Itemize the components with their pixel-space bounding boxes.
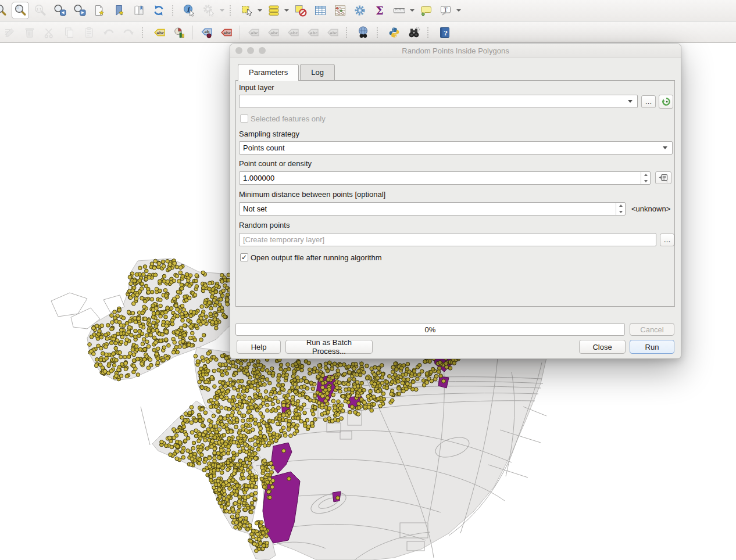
- toolbar-drag-handle: [346, 27, 350, 38]
- dropdown-caret-icon[interactable]: [410, 9, 415, 12]
- min-distance-label: Minimum distance between points [optiona…: [239, 190, 385, 199]
- show-hide-labels-icon[interactable]: [245, 24, 262, 41]
- text-annotation-icon[interactable]: [437, 2, 455, 19]
- tab-parameters[interactable]: Parameters: [238, 64, 299, 81]
- data-defined-override-button[interactable]: [655, 171, 671, 184]
- metasearch-icon[interactable]: [355, 24, 372, 41]
- helpbook-glyph: [438, 26, 452, 40]
- progress-text: 0%: [236, 325, 624, 334]
- zoom-tool-icon[interactable]: [12, 2, 29, 19]
- select-features-icon[interactable]: [238, 2, 256, 19]
- point-count-input[interactable]: [240, 172, 641, 184]
- dropdown-caret-icon[interactable]: [220, 9, 224, 12]
- tag-glyph: [152, 26, 166, 40]
- help-contents-icon[interactable]: [436, 24, 453, 41]
- attribute-table-icon[interactable]: [312, 2, 329, 19]
- statistics-icon[interactable]: [371, 2, 388, 19]
- redo-glyph: [122, 26, 135, 40]
- highlight-pinned-labels-icon[interactable]: [217, 24, 235, 41]
- window-zoom-button[interactable]: [259, 47, 266, 54]
- change-label-icon[interactable]: [304, 24, 321, 41]
- dialog-titlebar[interactable]: Random Points Inside Polygons: [230, 44, 681, 58]
- iterate-over-layer-button[interactable]: [659, 95, 673, 109]
- random-points-browse-button[interactable]: …: [660, 234, 674, 246]
- help-button[interactable]: Help: [237, 340, 281, 354]
- toggle-editing-icon[interactable]: [1, 24, 19, 41]
- sampling-strategy-label: Sampling strategy: [239, 130, 299, 138]
- identify-features-icon[interactable]: [181, 2, 198, 19]
- edit-label-icon[interactable]: [324, 24, 341, 41]
- tag-glyph: [266, 26, 280, 40]
- pin-labels-icon[interactable]: [198, 24, 215, 41]
- min-distance-unit-label: <unknown>: [631, 204, 670, 213]
- ribbon-star-glyph: [112, 3, 126, 17]
- undo-icon[interactable]: [100, 24, 117, 41]
- spinner-buttons[interactable]: [616, 203, 625, 215]
- spinner-buttons[interactable]: [641, 172, 650, 184]
- rotate-label-icon[interactable]: [284, 24, 302, 41]
- open-output-checkbox[interactable]: ✓: [240, 253, 248, 261]
- zoom-native-icon[interactable]: [31, 2, 49, 19]
- delete-selected-icon[interactable]: [21, 24, 38, 41]
- copy-icon[interactable]: [60, 24, 78, 41]
- magnifier-left-glyph: [53, 3, 67, 17]
- close-button[interactable]: Close: [579, 340, 626, 354]
- chevron-down-icon: [628, 100, 633, 103]
- scissors-glyph: [42, 26, 56, 40]
- new-bookmark-icon[interactable]: [91, 2, 108, 19]
- batch-process-button[interactable]: Run as Batch Process...: [285, 340, 373, 354]
- input-layer-combobox[interactable]: [239, 95, 638, 108]
- sampling-strategy-combobox[interactable]: Points count: [239, 141, 673, 155]
- input-layer-browse-button[interactable]: …: [641, 95, 656, 108]
- book-glyph: [132, 3, 146, 17]
- run-feature-action-icon[interactable]: [201, 2, 218, 19]
- textbox-glyph: [439, 3, 453, 17]
- processing-toolbox-icon[interactable]: [351, 2, 369, 19]
- run-button[interactable]: Run: [630, 340, 674, 354]
- cancel-button[interactable]: Cancel: [630, 323, 674, 336]
- layer-diagram-icon[interactable]: [170, 24, 188, 41]
- deselect-features-icon[interactable]: [292, 2, 309, 19]
- measure-icon[interactable]: [391, 2, 408, 19]
- zoom-in-icon[interactable]: [0, 2, 9, 19]
- window-minimize-button[interactable]: [247, 47, 254, 54]
- dropdown-caret-icon[interactable]: [258, 9, 262, 12]
- dropdown-caret-icon[interactable]: [284, 9, 289, 12]
- map-tips-icon[interactable]: [417, 2, 435, 19]
- select-by-expression-icon[interactable]: [265, 2, 283, 19]
- min-distance-input[interactable]: [240, 203, 616, 215]
- window-close-button[interactable]: [235, 47, 242, 54]
- ruler-glyph: [392, 3, 406, 17]
- random-points-output-field[interactable]: [Create temporary layer]: [239, 233, 656, 246]
- redo-icon[interactable]: [120, 24, 137, 41]
- python-console-icon[interactable]: [385, 24, 403, 41]
- deselect-glyph: [294, 3, 308, 17]
- show-bookmarks-icon[interactable]: [130, 2, 148, 19]
- zoom-last-icon[interactable]: [51, 2, 69, 19]
- search-plugin-icon[interactable]: [405, 24, 423, 41]
- move-label-icon[interactable]: [265, 24, 282, 41]
- point-count-label: Point count or density: [239, 159, 312, 168]
- paste-icon[interactable]: [80, 24, 98, 41]
- cut-icon[interactable]: [41, 24, 58, 41]
- selected-features-checkbox[interactable]: [240, 114, 248, 123]
- dropdown-caret-icon[interactable]: [456, 9, 461, 12]
- point-count-spinbox[interactable]: [239, 171, 651, 185]
- tab-log[interactable]: Log: [300, 64, 335, 80]
- min-distance-spinbox[interactable]: [239, 202, 626, 216]
- tag-pin-glyph: [199, 26, 213, 40]
- undo-glyph: [102, 26, 116, 40]
- dialog-tabs: Parameters Log: [238, 64, 336, 81]
- selected-features-label: Selected features only: [251, 114, 326, 123]
- python-glyph: [387, 26, 401, 40]
- magnifier-glyph: [13, 3, 27, 17]
- toolbar-drag-handle: [230, 5, 234, 16]
- refresh-icon[interactable]: [150, 2, 167, 19]
- abacus-glyph: [333, 3, 347, 17]
- bookmark-ribbon-icon[interactable]: [110, 2, 128, 19]
- field-calculator-icon[interactable]: [331, 2, 349, 19]
- globe-binoc-glyph: [356, 26, 370, 40]
- zoom-next-icon[interactable]: [71, 2, 88, 19]
- input-layer-label: Input layer: [239, 83, 274, 92]
- layer-labeling-icon[interactable]: [151, 24, 168, 41]
